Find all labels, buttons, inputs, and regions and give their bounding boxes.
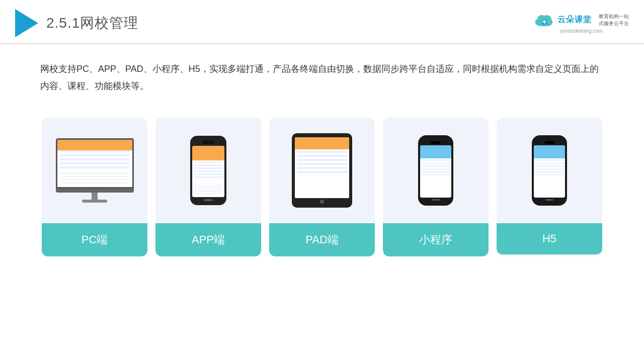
card-app-label: APP端 [155,223,261,256]
page-title: 2.5.1网校管理 [46,14,138,33]
pc-monitor-icon [56,138,134,203]
h5-phone-icon [532,135,567,206]
header-left: 2.5.1网校管理 [15,9,138,37]
card-h5: H5 [497,118,602,256]
brand-name-text: 云朵课堂 [557,15,592,25]
card-mini-image [383,118,489,223]
brand-url-text: yunduoketang.com [560,28,603,34]
brand-logo: 云朵课堂 教育机构一站 式服务云平台 yunduoketang.com [533,13,629,34]
card-pc: PC端 [42,118,147,256]
device-cards-container: PC端 APP端 [0,108,644,272]
card-pc-label: PC端 [42,223,147,256]
card-h5-image [497,118,602,223]
app-phone-icon [190,136,226,205]
card-pad-image [269,118,375,223]
brand-slogan-line2: 式服务云平台 [599,20,629,27]
card-miniprogram: 小程序 [383,118,489,256]
card-mini-label: 小程序 [383,223,489,256]
pad-tablet-icon [292,133,352,208]
card-pad-label: PAD端 [269,223,375,256]
description-text: 网校支持PC、APP、PAD、小程序、H5，实现多端打通，产品各终端自由切换，数… [0,44,644,103]
section-number: 2.5.1 [46,15,80,31]
card-h5-label: H5 [497,223,602,254]
card-pc-image [42,118,147,223]
card-app-image [155,118,261,223]
header: 2.5.1网校管理 云朵课堂 教育机构一站 式服务云平台 yunduoketan… [0,0,644,44]
mini-phone-icon [418,135,453,206]
cloud-icon [533,13,554,27]
brand-area: 云朵课堂 教育机构一站 式服务云平台 [533,13,629,27]
logo-triangle-icon [15,9,38,37]
card-app: APP端 [155,118,261,256]
card-pad: PAD端 [269,118,375,256]
title-text: 网校管理 [80,15,138,31]
brand-slogan-line1: 教育机构一站 [599,13,629,20]
